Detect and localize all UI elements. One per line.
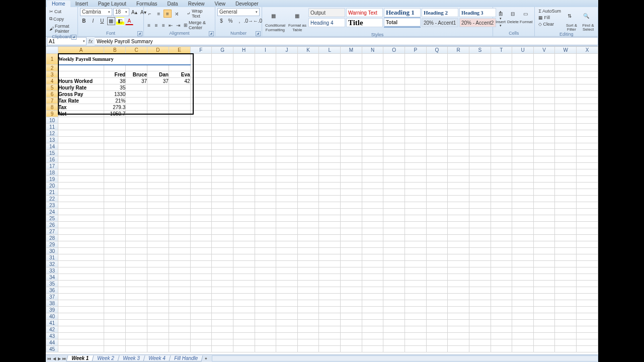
- cell-B37[interactable]: [104, 294, 126, 300]
- cell-M19[interactable]: [341, 176, 362, 183]
- cell-O3[interactable]: [383, 71, 405, 78]
- cell-C43[interactable]: [126, 333, 147, 339]
- cell-T11[interactable]: [491, 124, 512, 130]
- cell-U36[interactable]: [512, 287, 534, 294]
- cell-W15[interactable]: [555, 150, 577, 156]
- cell-H25[interactable]: [233, 215, 255, 222]
- cell-B3[interactable]: Fred: [104, 71, 126, 78]
- cell-G6[interactable]: [212, 91, 233, 98]
- cell-V32[interactable]: [533, 261, 555, 267]
- cell-V5[interactable]: [533, 84, 555, 91]
- cell-X31[interactable]: [577, 254, 598, 261]
- cell-K8[interactable]: [297, 104, 319, 111]
- cell-X27[interactable]: [577, 228, 598, 235]
- cell-Q12[interactable]: [426, 130, 448, 137]
- cell-S20[interactable]: [469, 183, 491, 189]
- cell-U37[interactable]: [512, 294, 534, 300]
- tab-formulas[interactable]: Formulas: [131, 1, 163, 7]
- style-heading3[interactable]: Heading 3: [459, 8, 496, 17]
- cell-D22[interactable]: [147, 196, 169, 202]
- cell-I21[interactable]: [255, 189, 276, 196]
- cell-L15[interactable]: [319, 150, 341, 156]
- cell-E17[interactable]: [169, 163, 190, 169]
- cell-Q10[interactable]: [426, 117, 448, 124]
- cell-W17[interactable]: [555, 163, 577, 169]
- cell-T41[interactable]: [491, 320, 512, 326]
- cell-N33[interactable]: [362, 267, 383, 274]
- cell-W23[interactable]: [555, 202, 577, 209]
- cell-P39[interactable]: [405, 307, 426, 313]
- cell-U32[interactable]: [512, 261, 534, 267]
- tab-page-layout[interactable]: Page Layout: [93, 1, 131, 7]
- cell-I41[interactable]: [255, 320, 276, 326]
- cell-G32[interactable]: [212, 261, 233, 267]
- cell-E3[interactable]: Eva: [169, 71, 190, 78]
- cell-P29[interactable]: [405, 241, 426, 248]
- cell-J6[interactable]: [276, 91, 298, 98]
- cell-U33[interactable]: [512, 267, 534, 274]
- cell-O35[interactable]: [383, 281, 405, 287]
- cell-T6[interactable]: [491, 91, 512, 98]
- cell-M5[interactable]: [341, 84, 362, 91]
- cell-S17[interactable]: [469, 163, 491, 169]
- cell-P19[interactable]: [405, 176, 426, 183]
- cell-L24[interactable]: [319, 209, 341, 215]
- cell-D24[interactable]: [147, 209, 169, 215]
- cell-W39[interactable]: [555, 307, 577, 313]
- cell-T27[interactable]: [491, 228, 512, 235]
- cell-X12[interactable]: [577, 130, 598, 137]
- cell-M32[interactable]: [341, 261, 362, 267]
- cell-W9[interactable]: [555, 111, 577, 117]
- cell-A22[interactable]: [58, 196, 104, 202]
- cell-X41[interactable]: [577, 320, 598, 326]
- fx-icon[interactable]: fx: [87, 38, 95, 44]
- row-header-9[interactable]: 9: [46, 111, 58, 117]
- cell-X34[interactable]: [577, 274, 598, 281]
- cell-E33[interactable]: [169, 267, 190, 274]
- cell-I17[interactable]: [255, 163, 276, 169]
- cell-K38[interactable]: [297, 300, 319, 307]
- cell-J34[interactable]: [276, 274, 298, 281]
- cell-M41[interactable]: [341, 320, 362, 326]
- cell-A7[interactable]: Tax Rate: [58, 98, 104, 104]
- cell-E11[interactable]: [169, 124, 190, 130]
- cell-D17[interactable]: [147, 163, 169, 169]
- cell-R45[interactable]: [448, 346, 469, 352]
- cell-F32[interactable]: [190, 261, 212, 267]
- cell-D10[interactable]: [147, 117, 169, 124]
- cell-P40[interactable]: [405, 313, 426, 320]
- cell-K30[interactable]: [297, 248, 319, 254]
- cell-D31[interactable]: [147, 254, 169, 261]
- cell-A10[interactable]: [58, 117, 104, 124]
- tab-insert[interactable]: Insert: [70, 1, 93, 7]
- cell-J15[interactable]: [276, 150, 298, 156]
- cell-Q19[interactable]: [426, 176, 448, 183]
- increase-decimal-button[interactable]: .0→: [245, 17, 253, 25]
- cell-D19[interactable]: [147, 176, 169, 183]
- cell-N12[interactable]: [362, 130, 383, 137]
- row-header-5[interactable]: 5: [46, 84, 58, 91]
- row-header-43[interactable]: 43: [46, 333, 58, 339]
- cell-C15[interactable]: [126, 150, 147, 156]
- cell-H15[interactable]: [233, 150, 255, 156]
- cell-O12[interactable]: [383, 130, 405, 137]
- cell-V19[interactable]: [533, 176, 555, 183]
- cell-P12[interactable]: [405, 130, 426, 137]
- cell-P42[interactable]: [405, 326, 426, 333]
- cell-A37[interactable]: [58, 294, 104, 300]
- cell-S3[interactable]: [469, 71, 491, 78]
- cell-T44[interactable]: [491, 339, 512, 346]
- align-bottom-button[interactable]: ≡: [164, 10, 172, 18]
- cell-S35[interactable]: [469, 281, 491, 287]
- cell-B13[interactable]: [104, 137, 126, 143]
- cell-F5[interactable]: [190, 84, 212, 91]
- cell-W30[interactable]: [555, 248, 577, 254]
- cell-E32[interactable]: [169, 261, 190, 267]
- cell-V15[interactable]: [533, 150, 555, 156]
- cell-S43[interactable]: [469, 333, 491, 339]
- cell-E43[interactable]: [169, 333, 190, 339]
- cell-R23[interactable]: [448, 202, 469, 209]
- cell-O11[interactable]: [383, 124, 405, 130]
- cell-Q27[interactable]: [426, 228, 448, 235]
- cell-A25[interactable]: [58, 215, 104, 222]
